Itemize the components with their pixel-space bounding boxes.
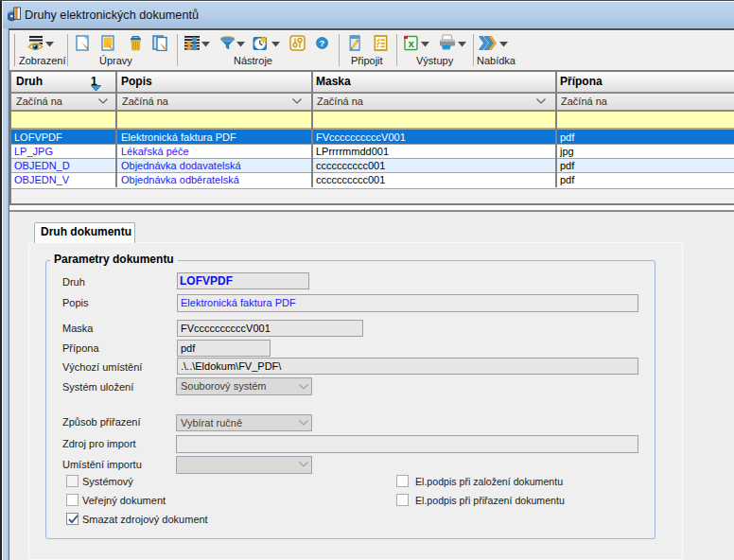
svg-text:x: x xyxy=(408,38,414,49)
svg-text:?: ? xyxy=(320,38,325,48)
